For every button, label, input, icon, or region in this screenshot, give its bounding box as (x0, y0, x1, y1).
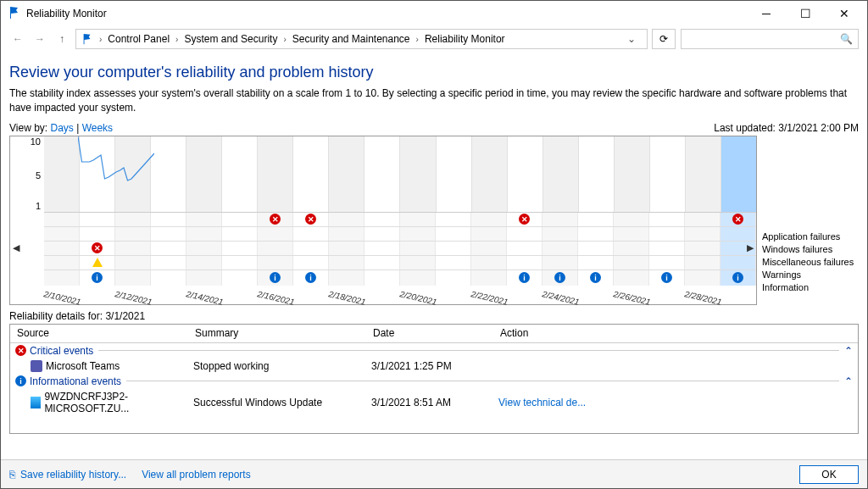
close-button[interactable]: ✕ (825, 1, 864, 26)
error-icon: ✕ (15, 345, 26, 356)
forward-button[interactable]: → (31, 31, 48, 47)
content: Review your computer's reliability and p… (1, 52, 867, 459)
chevron-right-icon: › (416, 35, 419, 44)
viewby-weeks[interactable]: Weeks (82, 122, 113, 134)
details-title: Reliability details for: 3/1/2021 (9, 310, 859, 322)
chevron-up-icon[interactable]: ⌃ (844, 345, 853, 357)
details-header: Source Summary Date Action (10, 325, 858, 343)
event-grid: ✕✕✕✕✕iiiiiiii (44, 213, 756, 286)
window-title: Reliability Monitor (26, 8, 747, 19)
row-legend: Application failures Windows failures Mi… (757, 136, 859, 308)
chevron-right-icon: › (99, 35, 102, 44)
details-table: Source Summary Date Action ✕ Critical ev… (9, 324, 859, 434)
save-history-link[interactable]: Save reliability history... (20, 469, 126, 481)
back-button[interactable]: ← (9, 31, 26, 47)
scroll-right[interactable]: ▶ (744, 214, 756, 282)
chevron-up-icon[interactable]: ⌃ (844, 375, 853, 387)
copy-icon: ⎘ (9, 469, 15, 481)
view-technical-details-link[interactable]: View technical de... (498, 397, 586, 408)
reliability-chart[interactable]: ◀ ▶ 10 5 1 ✕✕✕✕✕iiiiiiii 2/10/20212/12/2… (9, 136, 757, 305)
x-axis: 2/10/20212/12/20212/14/20212/16/20212/18… (44, 286, 756, 301)
view-row: View by: Days | Weeks Last updated: 3/1/… (9, 122, 859, 134)
window: Reliability Monitor ─ ☐ ✕ ← → ↑ › Contro… (0, 0, 868, 489)
footer: ⎘ Save reliability history... View all p… (1, 459, 867, 488)
col-source[interactable]: Source (10, 327, 188, 339)
ytick: 10 (31, 136, 41, 147)
maximize-button[interactable]: ☐ (786, 1, 825, 26)
viewby-days[interactable]: Days (50, 122, 73, 134)
col-summary[interactable]: Summary (188, 327, 366, 339)
flag-icon (8, 6, 21, 22)
teams-icon (31, 360, 42, 372)
chevron-right-icon: › (283, 35, 286, 44)
breadcrumb-item[interactable]: Reliability Monitor (425, 33, 505, 45)
legend-item: Miscellaneous failures (762, 256, 859, 268)
titlebar: Reliability Monitor ─ ☐ ✕ (1, 1, 867, 26)
scroll-left[interactable]: ◀ (10, 214, 22, 282)
search-input[interactable]: 🔍 (681, 29, 859, 49)
ytick: 1 (36, 201, 41, 211)
group-informational[interactable]: i Informational events ⌃ (10, 374, 858, 389)
page-title: Review your computer's reliability and p… (9, 64, 859, 81)
search-icon: 🔍 (840, 33, 853, 45)
group-critical[interactable]: ✕ Critical events ⌃ (10, 343, 858, 358)
minimize-button[interactable]: ─ (747, 1, 786, 26)
legend-item: Application failures (762, 231, 859, 242)
ok-button[interactable]: OK (799, 465, 859, 484)
legend-item: Windows failures (762, 243, 859, 255)
address-bar: ← → ↑ › Control Panel › System and Secur… (1, 26, 867, 52)
col-date[interactable]: Date (366, 327, 493, 339)
windows-icon (31, 397, 41, 408)
view-all-reports-link[interactable]: View all problem reports (142, 469, 251, 481)
breadcrumb-item[interactable]: Security and Maintenance (292, 33, 410, 45)
legend-item: Information (762, 281, 859, 293)
breadcrumb-item[interactable]: Control Panel (108, 33, 170, 45)
chevron-down-icon[interactable]: ⌄ (621, 33, 642, 45)
breadcrumb-item[interactable]: System and Security (184, 33, 277, 45)
last-updated-value: 3/1/2021 2:00 PM (778, 122, 859, 134)
refresh-button[interactable]: ⟳ (652, 29, 676, 49)
window-controls: ─ ☐ ✕ (747, 1, 864, 26)
breadcrumb[interactable]: › Control Panel › System and Security › … (75, 29, 648, 49)
up-button[interactable]: ↑ (53, 31, 70, 47)
chevron-right-icon: › (175, 35, 178, 44)
flag-icon (81, 33, 93, 45)
last-updated-label: Last updated: (714, 122, 778, 134)
table-row[interactable]: 9WZDNCRFJ3P2-MICROSOFT.ZU... Successful … (10, 389, 858, 416)
chart-wrap: ◀ ▶ 10 5 1 ✕✕✕✕✕iiiiiiii 2/10/20212/12/2… (9, 136, 859, 308)
y-axis: 10 5 1 (10, 136, 44, 213)
info-icon: i (15, 375, 26, 386)
ytick: 5 (36, 170, 41, 181)
legend-item: Warnings (762, 269, 859, 281)
viewby-label: View by: (9, 122, 47, 134)
col-action[interactable]: Action (493, 327, 620, 339)
table-row[interactable]: Microsoft Teams Stopped working 3/1/2021… (10, 358, 858, 374)
page-description: The stability index assesses your system… (9, 86, 859, 115)
